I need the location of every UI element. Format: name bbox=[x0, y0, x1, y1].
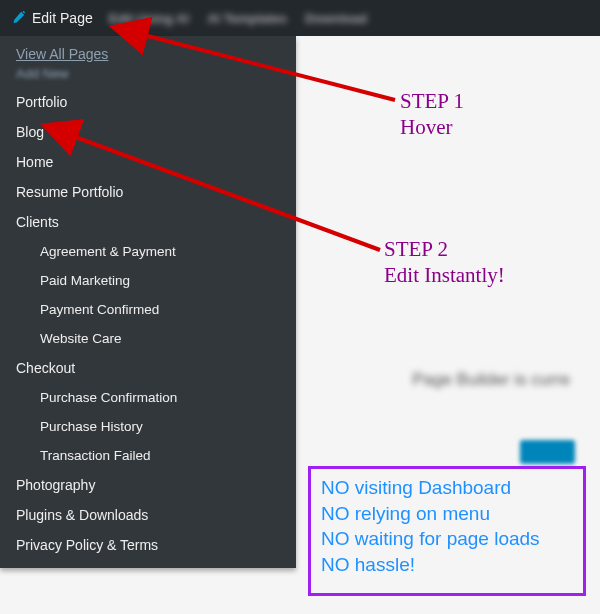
svg-line-1 bbox=[70, 135, 380, 250]
arrow-step2 bbox=[0, 0, 600, 614]
